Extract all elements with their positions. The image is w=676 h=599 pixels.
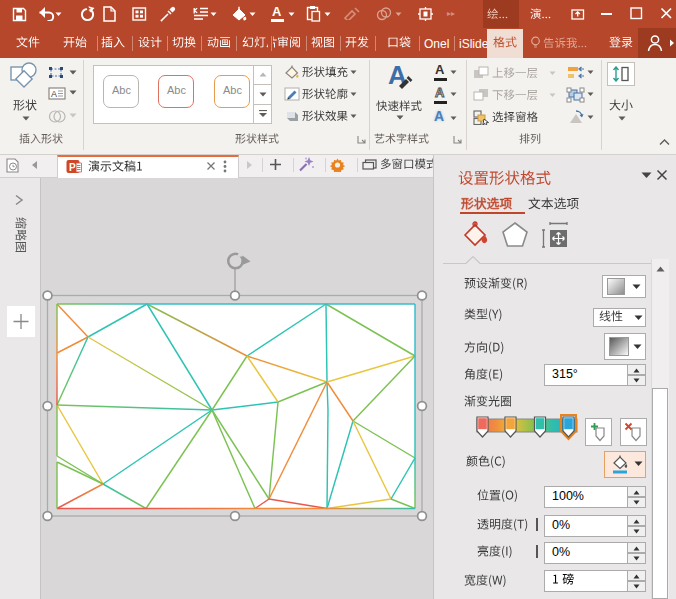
svg-text:P: P [69,162,76,173]
svg-text:A: A [51,89,57,99]
